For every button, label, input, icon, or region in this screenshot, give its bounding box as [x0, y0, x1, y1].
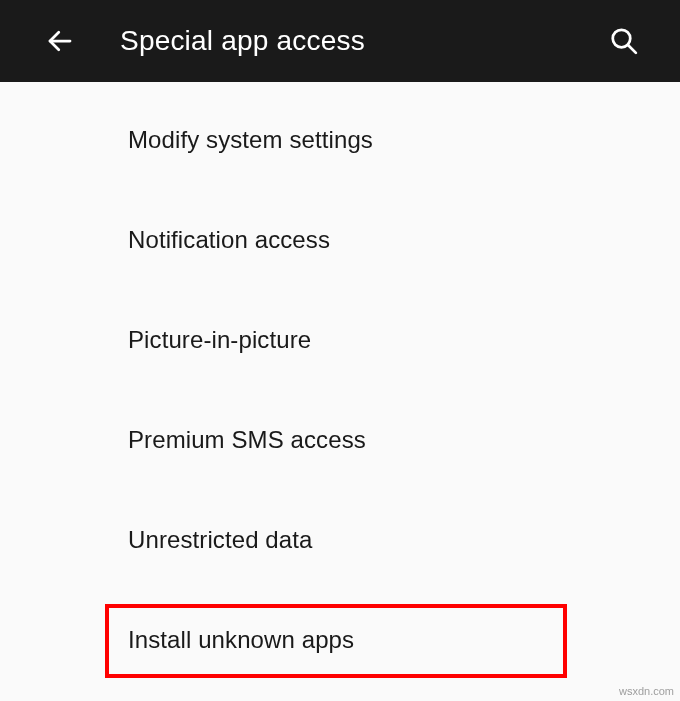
- list-item-notification-access[interactable]: Notification access: [0, 190, 680, 290]
- list-item-label: Premium SMS access: [128, 426, 366, 454]
- list-item-unrestricted-data[interactable]: Unrestricted data: [0, 490, 680, 590]
- back-button[interactable]: [36, 17, 84, 65]
- back-arrow-icon: [45, 26, 75, 56]
- list-item-install-unknown-apps[interactable]: Install unknown apps: [0, 590, 680, 690]
- search-icon: [609, 26, 639, 56]
- list-item-modify-system-settings[interactable]: Modify system settings: [0, 90, 680, 190]
- list-item-premium-sms-access[interactable]: Premium SMS access: [0, 390, 680, 490]
- list-item-picture-in-picture[interactable]: Picture-in-picture: [0, 290, 680, 390]
- list-item-label: Picture-in-picture: [128, 326, 311, 354]
- svg-line-2: [628, 45, 636, 53]
- list-item-label: Modify system settings: [128, 126, 373, 154]
- settings-list: Modify system settings Notification acce…: [0, 82, 680, 690]
- search-button[interactable]: [600, 17, 648, 65]
- watermark-text: wsxdn.com: [619, 685, 674, 697]
- app-bar: Special app access: [0, 0, 680, 82]
- list-item-label: Unrestricted data: [128, 526, 312, 554]
- page-title: Special app access: [120, 25, 600, 57]
- list-item-label: Notification access: [128, 226, 330, 254]
- list-item-label: Install unknown apps: [128, 626, 354, 654]
